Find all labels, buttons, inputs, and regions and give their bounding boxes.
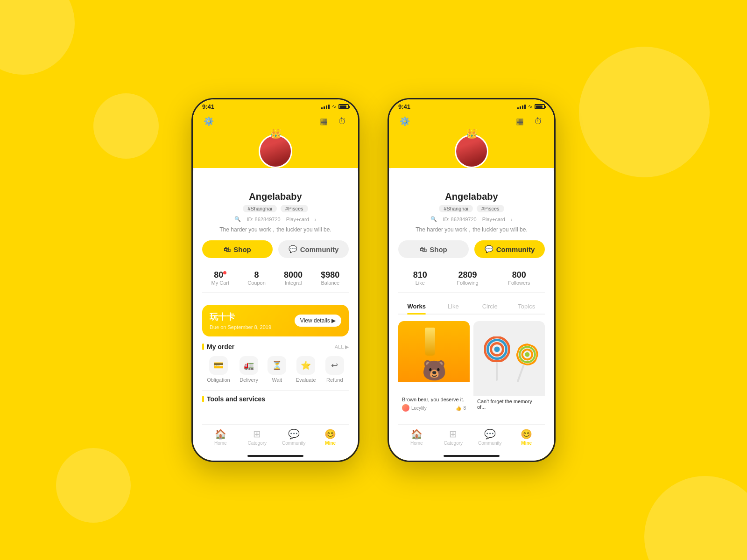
tag-shanghai-2: #Shanghai — [439, 205, 473, 212]
community-nav-label-2: Community — [478, 441, 502, 446]
lollipop-svg-right — [514, 341, 541, 368]
order-icons-1: 💳 Obligation 🚛 Delivery ⏳ Wait ⭐ Evaluat… — [202, 356, 349, 383]
stats-row-1: 80 My Cart 8 Coupon 8000 Integral $980 B… — [202, 266, 349, 293]
username-2: Angelababy — [445, 191, 498, 202]
order-evaluate[interactable]: ⭐ Evaluate — [296, 356, 316, 383]
order-title-1: My order — [202, 343, 234, 350]
delivery-icon: 🚛 — [240, 356, 258, 375]
phone-2: 9:41 ∿ ⚙️ ▦ ⏱ — [388, 98, 556, 462]
btn-row-2: 🛍 Shop 💬 Community — [398, 240, 545, 258]
nav-category-2[interactable]: ⊞ Category — [435, 428, 472, 446]
settings-icon-1[interactable]: ⚙️ — [201, 114, 216, 129]
nav-mine-2[interactable]: 😊 Mine — [508, 428, 545, 446]
white-card-2: Angelababy #Shanghai #Pisces 🔍 ID: 86284… — [389, 163, 554, 461]
wifi-icon-1: ∿ — [332, 104, 336, 110]
stat-label-integral: Integral — [284, 280, 303, 286]
search-icon-2: 🔍 — [430, 216, 437, 222]
settings-icon-2[interactable]: ⚙️ — [397, 114, 412, 129]
order-refund[interactable]: ↩ Refund — [325, 356, 344, 383]
bear-username: Lucylily — [411, 406, 427, 411]
refund-icon: ↩ — [325, 356, 344, 375]
stat-followers: 800 Followers — [508, 270, 530, 286]
avatar-wrap-2: 👑 — [455, 134, 488, 168]
qr-icon-1[interactable]: ▦ — [316, 114, 331, 129]
time-2: 9:41 — [398, 103, 410, 110]
shop-icon-1: 🛍 — [224, 245, 231, 253]
nav-community-2[interactable]: 💬 Community — [472, 428, 508, 446]
avatar-2 — [455, 134, 488, 168]
profile-card-top-1: Angelababy #Shanghai #Pisces 🔍 ID: 86284… — [202, 171, 349, 240]
stat-num-like: 810 — [413, 270, 427, 280]
user-id-row-2: 🔍 ID: 862849720 Play+card › — [430, 216, 512, 222]
community-icon-2: 💬 — [485, 245, 493, 253]
tag-pisces-2: #Pisces — [477, 205, 504, 212]
community-button-1[interactable]: 💬 Community — [278, 240, 349, 258]
white-card-1: Angelababy #Shanghai #Pisces 🔍 ID: 86284… — [193, 163, 358, 461]
bg-circle-bl — [56, 448, 131, 523]
evaluate-label: Evaluate — [296, 377, 316, 383]
avatar-1 — [259, 134, 292, 168]
qr-icon-2[interactable]: ▦ — [512, 114, 527, 129]
bg-circle-ml — [93, 93, 159, 159]
nav-home-2[interactable]: 🏠 Home — [398, 428, 435, 446]
lollipop-title: Can't forget the memory of... — [477, 399, 541, 410]
community-button-2[interactable]: 💬 Community — [474, 240, 545, 258]
bg-circle-tl — [0, 0, 75, 75]
works-scroll: 🐻 Brown bear, you deserve it. Lucylily 👍… — [398, 321, 545, 424]
order-title-label-1: My order — [207, 343, 234, 350]
refund-label: Refund — [326, 377, 343, 383]
tools-header-1: Tools and services — [202, 395, 349, 403]
bg-circle-tr — [579, 47, 710, 177]
signal-icon-2 — [517, 105, 526, 109]
scroll-content-1: 玩十卡 Due on September 8, 2019 View detail… — [202, 299, 349, 424]
home-bar-2 — [444, 455, 500, 457]
search-icon-1: 🔍 — [234, 216, 241, 222]
community-label-1: Community — [300, 245, 339, 253]
tab-works[interactable]: Works — [398, 299, 435, 314]
card-subtitle-1: Due on September 8, 2019 — [210, 324, 271, 330]
svg-point-3 — [494, 346, 500, 352]
nav-mine-1[interactable]: 😊 Mine — [312, 428, 349, 446]
nav-home-1[interactable]: 🏠 Home — [202, 428, 239, 446]
phone-1: 9:41 ∿ ⚙️ ▦ ⏱ — [191, 98, 359, 462]
view-details-btn-1[interactable]: View details ▶ — [295, 315, 341, 327]
battery-icon-2 — [535, 104, 545, 109]
stat-num-following: 2809 — [457, 270, 478, 280]
tab-circle[interactable]: Circle — [472, 299, 508, 314]
stick-right — [516, 364, 524, 382]
tab-topics[interactable]: Topics — [508, 299, 545, 314]
battery-icon-1 — [338, 104, 349, 109]
order-all-1[interactable]: ALL ▶ — [335, 344, 349, 350]
signal-icon-1 — [321, 105, 330, 109]
home-indicator-2 — [398, 453, 545, 461]
nav-category-1[interactable]: ⊞ Category — [239, 428, 276, 446]
profile-area-1: 👑 — [193, 134, 358, 168]
bio-2: The harder you work，the luckier you will… — [416, 226, 527, 234]
section-accent-1 — [202, 343, 204, 350]
wait-label: Wait — [272, 377, 282, 383]
tab-like[interactable]: Like — [435, 299, 472, 314]
stat-num-integral: 8000 — [284, 270, 303, 280]
community-label-2: Community — [496, 245, 535, 253]
shop-icon-2: 🛍 — [420, 245, 427, 253]
mine-label-2: Mine — [521, 441, 532, 446]
home-label-1: Home — [214, 441, 227, 446]
lollipop-svg-left — [484, 336, 510, 362]
work-card-lollipop[interactable]: Can't forget the memory of... — [473, 321, 545, 413]
order-wait[interactable]: ⏳ Wait — [268, 356, 286, 383]
work-card-bear[interactable]: 🐻 Brown bear, you deserve it. Lucylily 👍… — [398, 321, 470, 413]
shop-button-2[interactable]: 🛍 Shop — [398, 240, 469, 258]
profile-card-top-2: Angelababy #Shanghai #Pisces 🔍 ID: 86284… — [398, 171, 545, 240]
obligation-icon: 💳 — [209, 356, 228, 375]
timer-icon-1[interactable]: ⏱ — [335, 114, 350, 129]
user-id-1: ID: 862849720 — [247, 217, 280, 222]
order-delivery[interactable]: 🚛 Delivery — [240, 356, 258, 383]
shop-button-1[interactable]: 🛍 Shop — [202, 240, 273, 258]
nav-community-1[interactable]: 💬 Community — [275, 428, 312, 446]
home-icon-1: 🏠 — [215, 428, 226, 440]
order-obligation[interactable]: 💳 Obligation — [207, 356, 230, 383]
shop-label-2: Shop — [430, 245, 447, 253]
mine-icon-2: 😊 — [521, 428, 532, 440]
timer-icon-2[interactable]: ⏱ — [531, 114, 546, 129]
home-icon-2: 🏠 — [411, 428, 423, 440]
